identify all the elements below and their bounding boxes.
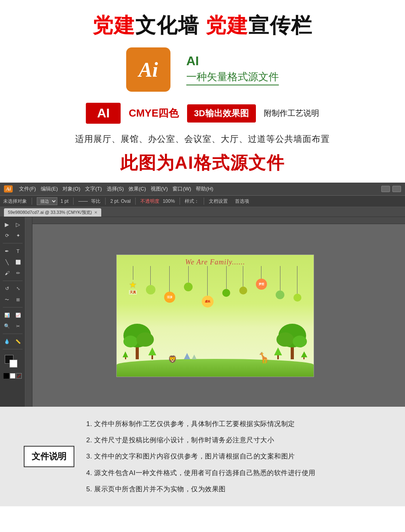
svg-point-3 bbox=[136, 332, 154, 347]
hang-circle-6 bbox=[293, 294, 301, 302]
hang-item-2 bbox=[184, 266, 193, 291]
white-swatch[interactable] bbox=[10, 373, 15, 379]
editor-left-toolbar: ▶ ▷ ⟳ ✦ ✒ T ╲ ⬜ 🖌 ✏ ↺ ⤡ bbox=[0, 217, 25, 407]
hang-item-huopo: 活泼 bbox=[164, 266, 175, 303]
menu-effect[interactable]: 效果(C) bbox=[129, 185, 146, 192]
editor-menubar: Ai 文件(F) 编辑(E) 对象(O) 文字(T) 选择(S) 效果(C) 视… bbox=[0, 183, 405, 195]
triangle-green bbox=[192, 355, 197, 359]
tool-sep-3 bbox=[3, 307, 23, 308]
menu-window[interactable]: 窗口(W) bbox=[172, 185, 191, 192]
menu-view[interactable]: 视图(V) bbox=[151, 185, 168, 192]
ground bbox=[117, 359, 314, 377]
ruler-left bbox=[25, 217, 32, 407]
search-icon[interactable]: 🔍 bbox=[2, 321, 12, 331]
paint-brush-icon[interactable]: 🖌 bbox=[2, 268, 12, 278]
hanging-decorations: ★ 天真 活泼 bbox=[117, 266, 314, 308]
rotate-icon[interactable]: ↺ bbox=[2, 283, 12, 294]
hang-line bbox=[297, 266, 297, 294]
note-item-5: 5. 展示页中所含图片并不为实物，仅为效果图 bbox=[86, 484, 381, 494]
pencil-icon[interactable]: ✏ bbox=[13, 268, 23, 278]
editor-tab[interactable]: 59e98080d7cd7.ai @ 33.33% (CMYK/预览) ✕ bbox=[4, 208, 101, 217]
scale-icon[interactable]: ⤡ bbox=[13, 283, 23, 294]
color-mini-row bbox=[4, 373, 22, 379]
tool-sep-4 bbox=[3, 334, 23, 334]
title-dangjian-2: 党建 bbox=[206, 14, 248, 37]
menu-edit[interactable]: 编辑(E) bbox=[41, 185, 58, 192]
file-notes: 1. 文件中所标制作工艺仅供参考，具体制作工艺要根据实际情况制定 2. 文件尺寸… bbox=[86, 419, 381, 494]
eyedrop-icon[interactable]: 💧 bbox=[2, 336, 12, 347]
first-item[interactable]: 首选项 bbox=[235, 198, 249, 205]
toolbar-sep-2 bbox=[73, 198, 74, 205]
line-tools: ╲ ⬜ bbox=[2, 257, 23, 267]
hang-circle-huopo: 活泼 bbox=[164, 292, 175, 303]
hang-item-5 bbox=[276, 266, 284, 299]
black-swatch[interactable] bbox=[4, 373, 9, 379]
toolbar-sep-4 bbox=[135, 198, 136, 205]
slice-icon[interactable]: ✂ bbox=[13, 321, 23, 331]
note-item-3: 3. 文件中的文字和图片内容仅供参考，图片请根据自己的文案和图片 bbox=[86, 451, 381, 462]
tab-close-button[interactable]: ✕ bbox=[94, 210, 97, 215]
hang-line bbox=[280, 266, 280, 291]
menu-file[interactable]: 文件(F) bbox=[19, 185, 36, 192]
svg-marker-4 bbox=[148, 347, 156, 355]
search-tools: 🔍 ✂ bbox=[2, 321, 23, 331]
bottom-section: 文件说明 1. 文件中所标制作工艺仅供参考，具体制作工艺要根据实际情况制定 2.… bbox=[0, 407, 405, 506]
svg-point-11 bbox=[293, 336, 307, 347]
ai-label: AI bbox=[186, 54, 279, 68]
top-section: 党建文化墙 党建宣传栏 Ai AI 一种矢量格式源文件 AI CMYE四色 3D… bbox=[0, 0, 405, 183]
editor-main: ▶ ▷ ⟳ ✦ ✒ T ╲ ⬜ 🖌 ✏ ↺ ⤡ bbox=[0, 217, 405, 407]
title-end: 宣传栏 bbox=[248, 14, 312, 37]
view-label: 等比 bbox=[91, 198, 100, 205]
main-title: 党建文化墙 党建宣传栏 bbox=[24, 12, 381, 40]
toolbar-icon-2[interactable] bbox=[392, 186, 401, 192]
menu-select[interactable]: 选择(S) bbox=[107, 185, 124, 192]
hang-circle-chengzhang: 成长 bbox=[202, 296, 214, 308]
format-title: 此图为AI格式源文件 bbox=[24, 151, 381, 175]
line-tool-icon[interactable]: ╲ bbox=[2, 257, 12, 267]
editor-toolbar: 未选择对象 描边 1 pt —— 等比 2 pt. Oval 不透明度 100%… bbox=[0, 195, 405, 207]
svg-rect-7 bbox=[125, 357, 126, 359]
forest-title: We Are Family...... bbox=[117, 255, 314, 266]
lasso-tool-icon[interactable]: ⟳ bbox=[2, 230, 12, 241]
menu-help[interactable]: 帮助(H) bbox=[196, 185, 213, 192]
giraffe-icon: 🦒 bbox=[257, 353, 270, 363]
hang-label-chengzhang: 成长 bbox=[205, 300, 210, 304]
type-tool-icon[interactable]: T bbox=[13, 246, 23, 256]
rect-tool-icon[interactable]: ⬜ bbox=[13, 257, 23, 267]
rotate-tools: ↺ ⤡ bbox=[2, 283, 23, 294]
ai-description: AI 一种矢量格式源文件 bbox=[186, 54, 279, 85]
toolbar-icon-1[interactable] bbox=[381, 186, 390, 192]
svg-point-10 bbox=[276, 332, 294, 347]
pen-tools: ✒ T bbox=[2, 246, 23, 256]
stroke-width-label: 1 pt bbox=[61, 198, 68, 204]
doc-settings[interactable]: 文档设置 bbox=[209, 198, 228, 205]
toolbar-sep-5 bbox=[180, 198, 180, 205]
toolbar-sep-3 bbox=[105, 198, 106, 205]
eyedrop-tools: 💧 📏 bbox=[2, 336, 23, 347]
menu-object[interactable]: 对象(O) bbox=[62, 185, 80, 192]
menu-text[interactable]: 文字(T) bbox=[85, 185, 102, 192]
ai-tag: AI bbox=[86, 103, 121, 124]
no-color-swatch[interactable] bbox=[16, 373, 22, 379]
hang-line bbox=[226, 266, 227, 289]
warp-icon[interactable]: 〜 bbox=[2, 294, 12, 305]
hang-circle-1 bbox=[146, 285, 155, 294]
selection-tool-icon[interactable]: ▶ bbox=[2, 219, 12, 230]
tool-sep-2 bbox=[3, 281, 23, 281]
background-color[interactable] bbox=[9, 360, 17, 368]
chart-icon[interactable]: 📈 bbox=[13, 310, 23, 320]
magic-wand-icon[interactable]: ✦ bbox=[13, 230, 23, 241]
direct-select-tool-icon[interactable]: ▷ bbox=[13, 219, 23, 230]
stroke-select[interactable]: 描边 bbox=[37, 197, 57, 205]
pen-tool-icon[interactable]: ✒ bbox=[2, 246, 12, 256]
measure-icon[interactable]: 📏 bbox=[13, 336, 23, 347]
graph-icon[interactable]: 📊 bbox=[2, 310, 12, 320]
svg-rect-5 bbox=[151, 355, 153, 359]
hang-item-3 bbox=[222, 266, 230, 297]
effect-tag: 3D输出效果图 bbox=[187, 104, 256, 123]
svg-marker-14 bbox=[301, 351, 307, 357]
style-label: 样式： bbox=[185, 198, 199, 205]
tree-cluster-left bbox=[121, 312, 156, 361]
free-transform-icon[interactable]: ⊞ bbox=[13, 294, 23, 305]
tool-sep-5 bbox=[3, 349, 23, 349]
